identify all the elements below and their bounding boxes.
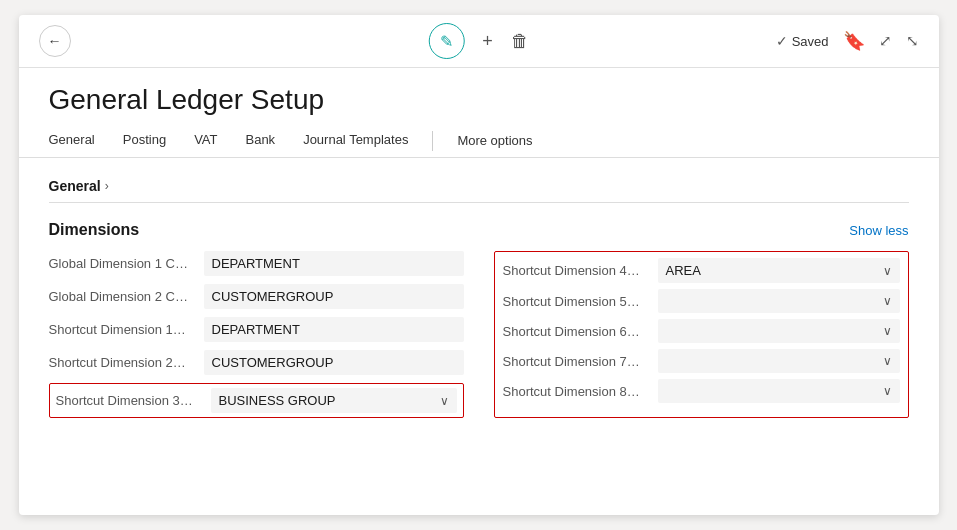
tab-bar: General Posting VAT Bank Journal Templat… xyxy=(19,124,939,158)
saved-check-icon: ✓ xyxy=(776,33,788,49)
shortcut-dim-8-chevron: ∨ xyxy=(883,384,892,398)
tab-divider xyxy=(432,131,433,151)
expand-button[interactable]: ⤡ xyxy=(906,32,919,50)
delete-button[interactable]: 🗑 xyxy=(511,31,529,52)
right-panel: Shortcut Dimension 4… AREA ∨ Shortcut Di… xyxy=(494,251,909,418)
field-row-shortcut-dim-6: Shortcut Dimension 6… ∨ xyxy=(503,319,900,343)
page-title: General Ledger Setup xyxy=(19,68,939,124)
shortcut-dim-7-dropdown[interactable]: ∨ xyxy=(658,349,900,373)
field-row-shortcut-dim-3: Shortcut Dimension 3… BUSINESS GROUP ∨ xyxy=(49,383,464,418)
shortcut-dim-5-label: Shortcut Dimension 5… xyxy=(503,294,658,309)
global-dim-2-label: Global Dimension 2 C… xyxy=(49,289,204,304)
tab-general[interactable]: General xyxy=(49,124,109,157)
shortcut-dim-4-value: AREA xyxy=(666,263,701,278)
shortcut-dim-2-label: Shortcut Dimension 2… xyxy=(49,355,204,370)
tab-vat[interactable]: VAT xyxy=(180,124,231,157)
dimensions-title: Dimensions xyxy=(49,221,140,239)
section-chevron: › xyxy=(105,179,109,193)
saved-text: Saved xyxy=(792,34,829,49)
field-row-shortcut-dim-8: Shortcut Dimension 8… ∨ xyxy=(503,379,900,403)
shortcut-dim-3-label: Shortcut Dimension 3… xyxy=(56,393,211,408)
field-row-global-dim-1: Global Dimension 1 C… DEPARTMENT xyxy=(49,251,464,276)
shortcut-dim-1-value: DEPARTMENT xyxy=(204,317,464,342)
left-panel: Global Dimension 1 C… DEPARTMENT Global … xyxy=(49,251,464,418)
popout-icon: ⤢ xyxy=(879,32,892,50)
field-row-shortcut-dim-2: Shortcut Dimension 2… CUSTOMERGROUP xyxy=(49,350,464,375)
global-dim-1-value: DEPARTMENT xyxy=(204,251,464,276)
shortcut-dim-6-chevron: ∨ xyxy=(883,324,892,338)
field-row-shortcut-dim-1: Shortcut Dimension 1… DEPARTMENT xyxy=(49,317,464,342)
global-dim-1-label: Global Dimension 1 C… xyxy=(49,256,204,271)
shortcut-dim-5-dropdown[interactable]: ∨ xyxy=(658,289,900,313)
tab-posting[interactable]: Posting xyxy=(109,124,180,157)
back-button[interactable]: ← xyxy=(39,25,71,57)
tab-journal-templates[interactable]: Journal Templates xyxy=(289,124,422,157)
field-row-shortcut-dim-7: Shortcut Dimension 7… ∨ xyxy=(503,349,900,373)
shortcut-dim-1-label: Shortcut Dimension 1… xyxy=(49,322,204,337)
expand-icon: ⤡ xyxy=(906,32,919,50)
shortcut-dim-7-chevron: ∨ xyxy=(883,354,892,368)
tab-more-options[interactable]: More options xyxy=(443,125,546,156)
content-area: General › Dimensions Show less Global Di… xyxy=(19,158,939,438)
add-icon: + xyxy=(482,31,493,52)
shortcut-dim-6-dropdown[interactable]: ∨ xyxy=(658,319,900,343)
shortcut-dim-4-label: Shortcut Dimension 4… xyxy=(503,263,658,278)
field-row-global-dim-2: Global Dimension 2 C… CUSTOMERGROUP xyxy=(49,284,464,309)
dimensions-grid: Global Dimension 1 C… DEPARTMENT Global … xyxy=(49,251,909,418)
shortcut-dim-5-chevron: ∨ xyxy=(883,294,892,308)
shortcut-dim-3-chevron: ∨ xyxy=(440,394,449,408)
shortcut-dim-7-label: Shortcut Dimension 7… xyxy=(503,354,658,369)
shortcut-dim-4-dropdown[interactable]: AREA ∨ xyxy=(658,258,900,283)
dimensions-header: Dimensions Show less xyxy=(49,221,909,239)
popout-button[interactable]: ⤢ xyxy=(879,32,892,50)
field-row-shortcut-dim-4: Shortcut Dimension 4… AREA ∨ xyxy=(503,258,900,283)
tab-bank[interactable]: Bank xyxy=(231,124,289,157)
main-window: ← ✎ + 🗑 ✓ Saved 🔖 ⤢ ⤡ xyxy=(19,15,939,515)
edit-icon: ✎ xyxy=(440,32,453,51)
show-less-button[interactable]: Show less xyxy=(849,223,908,238)
bookmark-icon: 🔖 xyxy=(843,30,865,52)
back-icon: ← xyxy=(48,33,62,49)
shortcut-dim-6-label: Shortcut Dimension 6… xyxy=(503,324,658,339)
section-title: General xyxy=(49,178,101,194)
bookmark-button[interactable]: 🔖 xyxy=(843,30,865,52)
global-dim-2-value: CUSTOMERGROUP xyxy=(204,284,464,309)
add-button[interactable]: + xyxy=(482,31,493,52)
top-bar: ← ✎ + 🗑 ✓ Saved 🔖 ⤢ ⤡ xyxy=(19,15,939,68)
shortcut-dim-3-value: BUSINESS GROUP xyxy=(219,393,336,408)
field-row-shortcut-dim-5: Shortcut Dimension 5… ∨ xyxy=(503,289,900,313)
top-right-actions: ✓ Saved 🔖 ⤢ ⤡ xyxy=(776,30,919,52)
delete-icon: 🗑 xyxy=(511,31,529,52)
section-header: General › xyxy=(49,168,909,203)
shortcut-dim-2-value: CUSTOMERGROUP xyxy=(204,350,464,375)
edit-button[interactable]: ✎ xyxy=(428,23,464,59)
saved-status: ✓ Saved xyxy=(776,33,829,49)
top-center-actions: ✎ + 🗑 xyxy=(428,23,529,59)
shortcut-dim-8-label: Shortcut Dimension 8… xyxy=(503,384,658,399)
shortcut-dim-3-dropdown[interactable]: BUSINESS GROUP ∨ xyxy=(211,388,457,413)
shortcut-dim-4-chevron: ∨ xyxy=(883,264,892,278)
shortcut-dim-8-dropdown[interactable]: ∨ xyxy=(658,379,900,403)
